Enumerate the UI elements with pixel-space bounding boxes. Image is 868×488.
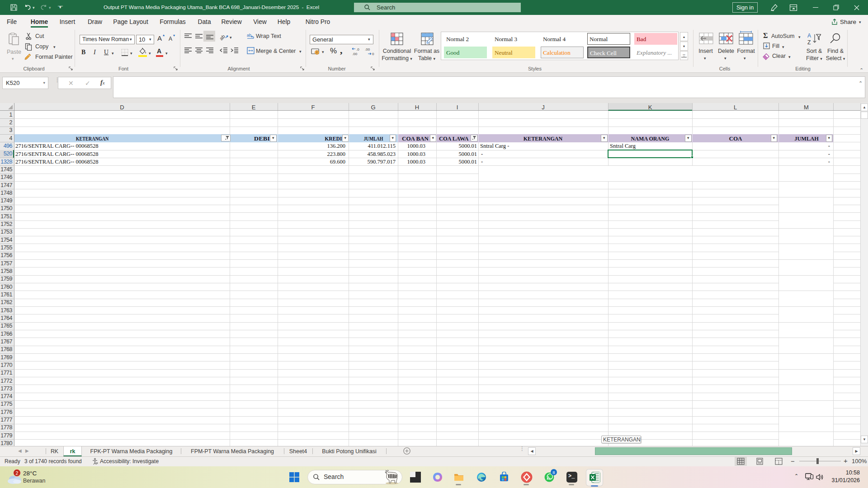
svg-text:Z: Z <box>807 39 811 45</box>
svg-text:.00: .00 <box>365 47 370 52</box>
svg-text:ab: ab <box>220 33 226 41</box>
svg-text:.00: .00 <box>352 52 358 56</box>
svg-text:ab: ab <box>247 33 251 38</box>
svg-text:A: A <box>807 33 811 39</box>
svg-text:.0: .0 <box>356 47 359 52</box>
